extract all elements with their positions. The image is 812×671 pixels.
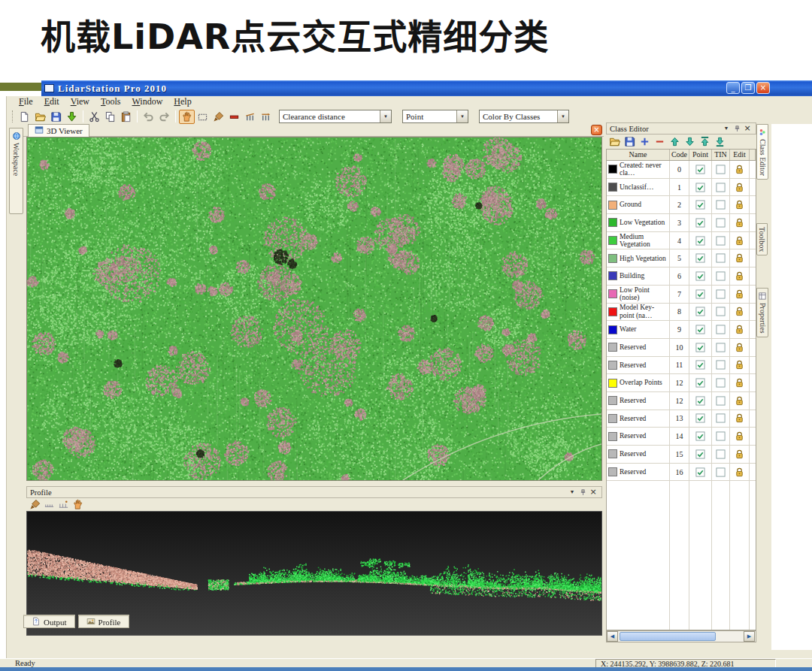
tab-profile[interactable]: Profile — [78, 615, 129, 628]
tin-checkbox[interactable] — [712, 321, 730, 338]
profile-close-icon[interactable]: × — [588, 488, 598, 497]
class-row[interactable]: Low Vegetation3 — [607, 214, 756, 232]
class-editor-menu-arrow-icon[interactable]: ▼ — [721, 124, 732, 133]
import-icon[interactable] — [64, 110, 80, 124]
class-color-swatch[interactable] — [608, 254, 617, 263]
menu-edit[interactable]: Edit — [44, 96, 59, 107]
tin-checkbox[interactable] — [712, 392, 730, 410]
chevron-down-icon[interactable]: ▼ — [456, 110, 468, 122]
chevron-down-icon[interactable]: ▼ — [557, 110, 568, 122]
point-mode-dropdown[interactable]: Point▼ — [402, 110, 468, 123]
class-row[interactable]: High Vegetation5 — [607, 249, 756, 267]
color-by-dropdown[interactable]: Color By Classes▼ — [479, 110, 569, 123]
save-icon[interactable] — [623, 135, 637, 147]
point-checkbox[interactable] — [689, 304, 712, 321]
menu-tools[interactable]: Tools — [101, 96, 121, 107]
sidebar-tab-workspace[interactable]: Workspace — [9, 128, 23, 214]
tin-checkbox[interactable] — [712, 286, 730, 303]
measure-b-icon[interactable] — [56, 499, 71, 511]
remove-icon[interactable] — [653, 135, 667, 147]
lock-icon[interactable] — [730, 196, 750, 213]
class-color-swatch[interactable] — [608, 343, 617, 352]
point-checkbox[interactable] — [689, 392, 712, 410]
tin-checkbox[interactable] — [712, 196, 730, 213]
class-color-swatch[interactable] — [608, 432, 617, 441]
point-checkbox[interactable] — [689, 214, 712, 231]
point-checkbox[interactable] — [689, 161, 712, 178]
lock-icon[interactable] — [730, 304, 750, 321]
save-icon[interactable] — [48, 110, 64, 124]
measure-a-icon[interactable] — [42, 499, 56, 511]
lock-icon[interactable] — [730, 392, 750, 410]
tin-checkbox[interactable] — [712, 249, 730, 267]
lock-icon[interactable] — [730, 446, 750, 463]
minimize-button[interactable]: _ — [726, 82, 740, 94]
tin-checkbox[interactable] — [712, 374, 730, 391]
point-checkbox[interactable] — [689, 464, 712, 481]
class-row[interactable]: Low Point (noise)7 — [607, 286, 756, 304]
scroll-thumb[interactable] — [620, 632, 716, 641]
tin-checkbox[interactable] — [712, 161, 730, 178]
lock-icon[interactable] — [730, 214, 750, 231]
class-row[interactable]: Reserved11 — [607, 357, 756, 375]
class-color-swatch[interactable] — [608, 165, 617, 174]
class-row[interactable]: Reserved12 — [607, 392, 756, 410]
move-top-icon[interactable] — [698, 135, 712, 147]
section-a-icon[interactable] — [242, 110, 258, 124]
point-checkbox[interactable] — [689, 339, 712, 356]
menu-help[interactable]: Help — [174, 96, 191, 107]
lock-icon[interactable] — [730, 339, 750, 356]
profile-pin-icon[interactable] — [577, 488, 588, 497]
move-bottom-icon[interactable] — [713, 135, 727, 147]
class-editor-pin-icon[interactable] — [732, 124, 742, 133]
open-icon[interactable] — [32, 110, 48, 124]
clearance-distance-dropdown[interactable]: Clearance distance▼ — [279, 110, 392, 123]
point-checkbox[interactable] — [689, 179, 712, 196]
menu-view[interactable]: View — [71, 96, 89, 107]
section-b-icon[interactable] — [258, 110, 274, 124]
point-checkbox[interactable] — [689, 410, 712, 428]
class-color-swatch[interactable] — [608, 449, 617, 458]
scroll-right-icon[interactable]: ▶ — [744, 631, 755, 642]
class-color-swatch[interactable] — [608, 183, 617, 192]
class-color-swatch[interactable] — [608, 396, 617, 405]
tin-checkbox[interactable] — [712, 428, 730, 445]
right-tab-class-editor[interactable]: Class Editor — [756, 124, 768, 180]
class-row[interactable]: Created: never cla…0 — [607, 161, 756, 179]
pan-hand-icon[interactable] — [179, 110, 195, 124]
class-row[interactable]: Building6 — [607, 267, 756, 286]
tab-output[interactable]: Output — [23, 615, 75, 628]
class-color-swatch[interactable] — [608, 271, 617, 280]
class-row[interactable]: Reserved14 — [607, 428, 756, 446]
class-row[interactable]: Ground2 — [607, 196, 756, 214]
right-tab-toolbox[interactable]: Toolbox — [756, 223, 768, 255]
class-color-swatch[interactable] — [608, 361, 617, 370]
class-color-swatch[interactable] — [608, 307, 617, 316]
undo-icon[interactable] — [141, 110, 156, 124]
move-down-icon[interactable] — [683, 135, 697, 147]
tin-checkbox[interactable] — [712, 304, 730, 321]
class-color-swatch[interactable] — [608, 467, 617, 476]
right-tab-properties[interactable]: Properties — [756, 288, 768, 337]
profile-line-icon[interactable] — [226, 110, 242, 124]
class-row[interactable]: Overlap Points12 — [607, 374, 756, 392]
brush-icon[interactable] — [211, 110, 226, 124]
copy-icon[interactable] — [102, 110, 118, 124]
point-checkbox[interactable] — [689, 446, 712, 463]
lock-icon[interactable] — [730, 232, 750, 249]
profile-menu-arrow-icon[interactable]: ▼ — [567, 488, 577, 497]
menu-window[interactable]: Window — [132, 96, 163, 107]
scroll-left-icon[interactable]: ◀ — [607, 631, 618, 642]
tin-checkbox[interactable] — [712, 179, 730, 196]
lock-icon[interactable] — [730, 428, 750, 445]
brush-icon[interactable] — [28, 499, 42, 511]
tin-checkbox[interactable] — [712, 339, 730, 356]
lock-icon[interactable] — [730, 410, 750, 428]
class-color-swatch[interactable] — [608, 325, 617, 334]
viewer-close-icon[interactable]: × — [591, 125, 602, 135]
tin-checkbox[interactable] — [712, 267, 730, 285]
redo-icon[interactable] — [156, 110, 172, 124]
folder-icon[interactable] — [607, 135, 622, 147]
tin-checkbox[interactable] — [712, 214, 730, 231]
class-color-swatch[interactable] — [608, 289, 617, 298]
